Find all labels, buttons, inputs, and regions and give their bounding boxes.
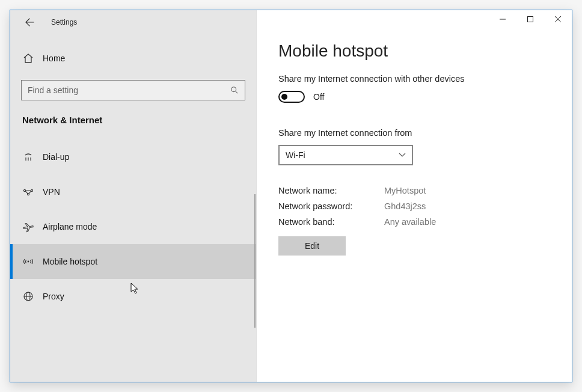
svg-rect-16: [528, 17, 533, 22]
nav-label: Airplane mode: [43, 222, 97, 231]
name-value: MyHotspot: [384, 186, 426, 195]
chevron-down-icon: [399, 153, 406, 158]
home-icon: [22, 52, 34, 64]
home-label: Home: [43, 54, 65, 63]
search-icon: [230, 86, 239, 94]
airplane-icon: [22, 221, 34, 233]
toggle-knob: [281, 94, 287, 100]
titlebar: Settings: [10, 10, 256, 34]
nav-label: Dial-up: [43, 152, 69, 162]
info-row-band: Network band: Any available: [278, 217, 572, 227]
password-value: Ghd43j2ss: [384, 201, 426, 211]
sidebar-item-dial-up[interactable]: Dial-up: [10, 139, 256, 174]
svg-point-8: [23, 189, 25, 191]
svg-point-6: [28, 159, 29, 161]
window-controls: [489, 10, 572, 28]
back-arrow-icon: [25, 17, 34, 27]
close-button[interactable]: [544, 10, 572, 28]
page-title: Mobile hotspot: [278, 41, 572, 61]
search-input[interactable]: [28, 85, 230, 95]
vpn-icon: [22, 186, 34, 198]
svg-point-0: [231, 87, 236, 92]
sidebar-item-mobile-hotspot[interactable]: Mobile hotspot: [10, 244, 256, 279]
svg-point-3: [28, 158, 29, 159]
minimize-icon: [500, 16, 506, 22]
hotspot-icon: [22, 256, 34, 268]
back-button[interactable]: [23, 16, 35, 28]
svg-point-5: [25, 159, 26, 161]
search-box[interactable]: [21, 80, 245, 100]
share-from-select[interactable]: Wi-Fi: [278, 145, 413, 165]
sidebar-item-vpn[interactable]: VPN: [10, 174, 256, 209]
band-label: Network band:: [278, 217, 384, 227]
main-panel: Mobile hotspot Share my Internet connect…: [257, 10, 572, 382]
nav-label: VPN: [43, 187, 60, 197]
close-icon: [555, 16, 561, 22]
share-toggle[interactable]: [278, 91, 305, 103]
scroll-indicator: [254, 194, 256, 328]
toggle-row: Off: [278, 91, 572, 103]
nav-label: Mobile hotspot: [43, 257, 97, 266]
band-value: Any available: [384, 217, 436, 227]
svg-point-11: [28, 261, 29, 263]
sidebar-item-airplane-mode[interactable]: Airplane mode: [10, 209, 256, 244]
settings-window: Settings Home Network & Internet: [10, 10, 572, 382]
share-heading: Share my Internet connection with other …: [278, 74, 572, 84]
toggle-state-label: Off: [313, 92, 324, 102]
password-label: Network password:: [278, 201, 384, 211]
proxy-icon: [22, 290, 34, 302]
dial-up-icon: [22, 151, 34, 163]
sidebar-item-proxy[interactable]: Proxy: [10, 279, 256, 314]
sidebar: Settings Home Network & Internet: [10, 10, 257, 382]
section-header: Network & Internet: [10, 100, 256, 125]
svg-point-2: [25, 158, 26, 159]
share-from-heading: Share my Internet connection from: [278, 128, 572, 138]
svg-point-9: [31, 189, 32, 191]
edit-button[interactable]: Edit: [278, 236, 346, 256]
network-info: Network name: MyHotspot Network password…: [278, 186, 572, 256]
maximize-button[interactable]: [516, 10, 544, 28]
name-label: Network name:: [278, 186, 384, 195]
info-row-name: Network name: MyHotspot: [278, 186, 572, 195]
svg-line-1: [236, 91, 238, 94]
nav-list: Dial-up VPN: [10, 139, 256, 314]
svg-point-4: [30, 158, 31, 159]
content: Mobile hotspot Share my Internet connect…: [257, 10, 572, 256]
minimize-button[interactable]: [489, 10, 516, 28]
share-from-value: Wi-Fi: [286, 150, 305, 160]
window-title: Settings: [51, 18, 77, 26]
home-nav[interactable]: Home: [10, 45, 256, 72]
info-row-password: Network password: Ghd43j2ss: [278, 201, 572, 211]
maximize-icon: [527, 16, 533, 22]
nav-label: Proxy: [43, 292, 64, 301]
svg-point-7: [30, 159, 31, 161]
